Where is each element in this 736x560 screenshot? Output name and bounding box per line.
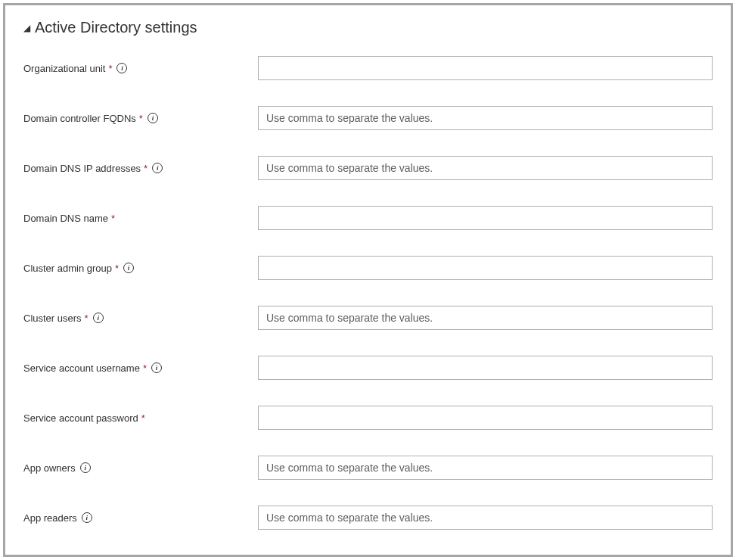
label-text: Domain controller FQDNs xyxy=(23,113,136,124)
required-marker: * xyxy=(139,113,143,124)
row-cluster-users: Cluster users * i xyxy=(23,306,713,330)
info-icon[interactable]: i xyxy=(82,512,92,523)
label-domain-controller-fqdns: Domain controller FQDNs * i xyxy=(23,113,258,124)
row-domain-dns-ip-addresses: Domain DNS IP addresses * i xyxy=(23,156,713,180)
label-service-account-username: Service account username * i xyxy=(23,362,258,374)
row-service-account-password: Service account password * xyxy=(23,406,713,430)
input-service-account-password[interactable] xyxy=(258,406,713,430)
row-organizational-unit: Organizational unit * i xyxy=(23,56,713,80)
label-text: App owners xyxy=(23,462,76,474)
info-icon[interactable]: i xyxy=(93,313,104,323)
label-text: App readers xyxy=(23,512,77,524)
section-title: Active Directory settings xyxy=(35,19,197,36)
input-domain-dns-name[interactable] xyxy=(258,206,713,230)
active-directory-settings-panel: ◢ Active Directory settings Organization… xyxy=(3,3,733,557)
label-text: Organizational unit xyxy=(23,63,105,74)
required-marker: * xyxy=(143,362,147,374)
required-marker: * xyxy=(115,263,119,274)
label-text: Service account password xyxy=(23,412,138,424)
label-text: Cluster users xyxy=(23,313,82,324)
label-app-owners: App owners i xyxy=(23,462,258,474)
info-icon[interactable]: i xyxy=(80,462,91,473)
row-service-account-username: Service account username * i xyxy=(23,356,713,380)
info-icon[interactable]: i xyxy=(152,163,163,173)
info-icon[interactable]: i xyxy=(116,63,127,73)
input-domain-dns-ip-addresses[interactable] xyxy=(258,156,713,180)
required-marker: * xyxy=(85,313,89,324)
required-marker: * xyxy=(111,213,115,224)
info-icon[interactable]: i xyxy=(123,263,134,273)
required-marker: * xyxy=(141,412,145,424)
label-cluster-admin-group: Cluster admin group * i xyxy=(23,263,258,274)
input-cluster-admin-group[interactable] xyxy=(258,256,713,280)
label-text: Domain DNS IP addresses xyxy=(23,163,141,174)
label-text: Cluster admin group xyxy=(23,263,112,274)
row-cluster-admin-group: Cluster admin group * i xyxy=(23,256,713,280)
required-marker: * xyxy=(108,63,112,74)
label-text: Service account username xyxy=(23,362,140,374)
input-service-account-username[interactable] xyxy=(258,356,713,380)
info-icon[interactable]: i xyxy=(148,113,158,123)
label-service-account-password: Service account password * xyxy=(23,412,258,424)
row-app-owners: App owners i xyxy=(23,456,713,480)
info-icon[interactable]: i xyxy=(151,362,162,373)
row-domain-controller-fqdns: Domain controller FQDNs * i xyxy=(23,106,713,130)
input-cluster-users[interactable] xyxy=(258,306,713,330)
label-cluster-users: Cluster users * i xyxy=(23,313,258,324)
row-domain-dns-name: Domain DNS name * xyxy=(23,206,713,230)
row-app-readers: App readers i xyxy=(23,506,713,530)
label-organizational-unit: Organizational unit * i xyxy=(23,63,258,74)
input-app-readers[interactable] xyxy=(258,506,713,530)
section-header[interactable]: ◢ Active Directory settings xyxy=(23,19,713,36)
label-domain-dns-name: Domain DNS name * xyxy=(23,213,258,224)
input-app-owners[interactable] xyxy=(258,456,713,480)
collapse-icon: ◢ xyxy=(23,23,30,33)
input-domain-controller-fqdns[interactable] xyxy=(258,106,713,130)
input-organizational-unit[interactable] xyxy=(258,56,713,80)
label-text: Domain DNS name xyxy=(23,213,108,224)
required-marker: * xyxy=(144,163,148,174)
label-domain-dns-ip-addresses: Domain DNS IP addresses * i xyxy=(23,163,258,174)
label-app-readers: App readers i xyxy=(23,512,258,524)
